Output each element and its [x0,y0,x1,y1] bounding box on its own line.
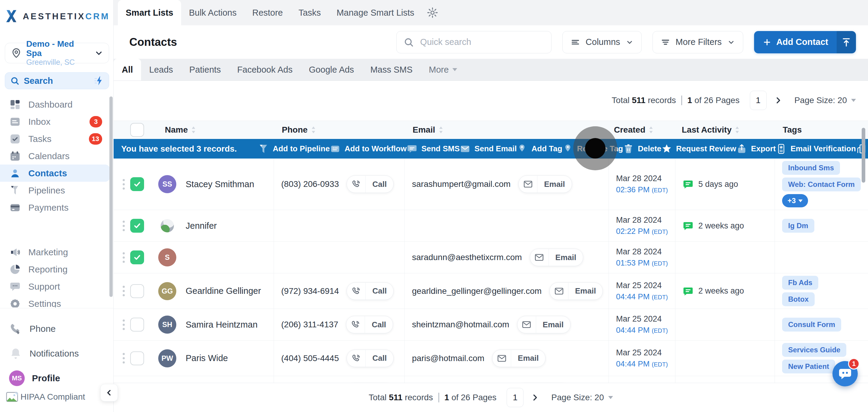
column-header-created[interactable]: Created [609,125,675,135]
call-button[interactable]: Call [347,350,394,367]
email-button[interactable]: Email [492,350,546,367]
sort-icon[interactable] [439,126,443,133]
created-time[interactable]: 04:44 PM (EDT) [616,325,668,335]
top-tab-bulk-actions[interactable]: Bulk Actions [181,0,244,25]
created-time[interactable]: 02:36 PM (EDT) [616,185,668,194]
contact-name[interactable]: Paris Wide [186,353,228,363]
row-checkbox[interactable] [130,250,144,264]
list-tab-leads[interactable]: Leads [141,59,181,81]
sort-icon[interactable] [735,126,739,133]
list-tab-more[interactable]: More [421,59,465,81]
sidebar-item-contacts[interactable]: Contacts [0,164,110,182]
column-header-email[interactable]: Email [405,125,609,135]
tag-pill[interactable]: Web: Contact Form [782,178,861,191]
column-header-last-activity[interactable]: Last Activity [675,125,775,135]
created-time[interactable]: 04:44 PM (EDT) [616,292,668,302]
sidebar-item-dashboard[interactable]: Dashboard [0,96,110,113]
sidebar-item-notifications[interactable]: Notifications [0,341,110,366]
bulk-action-add-tag[interactable]: Add Tag [517,144,562,154]
contact-name[interactable]: Gearldine Gellinger [186,286,261,296]
row-checkbox[interactable] [130,219,144,233]
sidebar-item-reporting[interactable]: Reporting [0,261,110,278]
bulk-action-add-to-workflow[interactable]: Add to Workflow [330,144,407,154]
contact-name[interactable]: Samira Heintzman [186,320,258,330]
tag-pill[interactable]: Consult Form [782,318,841,331]
email-button[interactable]: Email [518,176,572,193]
sidebar-item-support[interactable]: Support [0,278,110,295]
tag-pill[interactable]: Ig Dm [782,219,814,233]
sidebar-item-pipelines[interactable]: Pipelines [0,182,110,199]
bulk-action-export[interactable]: Export [736,144,776,154]
location-switcher[interactable]: Demo - Med Spa Greenville, SC [5,43,109,63]
sort-icon[interactable] [649,126,653,133]
row-menu-icon[interactable] [122,284,125,298]
row-menu-icon[interactable] [122,250,125,265]
call-button[interactable]: Call [347,176,394,193]
bulk-action-send-sms[interactable]: Send SMS [407,144,460,154]
column-header-tags[interactable]: Tags [775,125,868,135]
top-tab-tasks[interactable]: Tasks [290,0,329,25]
top-tab-smart-lists[interactable]: Smart Lists [118,0,181,25]
sidebar-item-calendars[interactable]: Calendars [0,147,110,164]
bulk-action-email-verification[interactable]: Email Verification [776,144,856,154]
sidebar-item-inbox[interactable]: Inbox3 [0,113,110,130]
bulk-action-send-email[interactable]: Send Email [460,144,517,154]
next-page-button[interactable] [774,96,782,104]
quick-search[interactable] [396,31,552,53]
bulk-action-add-to-pipeline[interactable]: Add to Pipeline [258,144,330,154]
tag-pill[interactable]: Fb Ads [782,276,818,290]
row-menu-icon[interactable] [122,318,125,332]
contact-name[interactable]: Jennifer [186,221,217,231]
sort-icon[interactable] [311,126,315,133]
import-contacts-button[interactable] [837,31,856,53]
sidebar-item-tasks[interactable]: Tasks13 [0,130,110,147]
page-size-select[interactable]: Page Size: 20 [551,393,613,402]
list-tab-patients[interactable]: Patients [181,59,229,81]
page-number-input[interactable]: 1 [507,388,524,407]
call-button[interactable]: Call [346,316,393,333]
sidebar-item-payments[interactable]: Payments [0,199,110,216]
smart-lists-settings-button[interactable] [427,0,438,25]
more-filters-button[interactable]: More Filters [652,31,743,53]
tag-pill[interactable]: Botox [782,292,815,306]
sidebar-item-profile[interactable]: MS Profile [0,366,110,390]
page-number-input[interactable]: 1 [750,91,767,110]
list-tab-facebook-ads[interactable]: Facebook Ads [229,59,301,81]
row-checkbox[interactable] [130,284,144,298]
row-checkbox[interactable] [130,177,144,191]
add-contact-button[interactable]: Add Contact [754,31,837,53]
row-menu-icon[interactable] [122,351,125,365]
sidebar-item-phone[interactable]: Phone [0,316,110,341]
sidebar-collapse-button[interactable] [100,384,118,402]
more-tags-pill[interactable]: +3 [782,194,808,208]
email-button[interactable]: Email [530,249,583,266]
row-menu-icon[interactable] [122,177,125,191]
row-menu-icon[interactable] [122,219,125,233]
call-button[interactable]: Call [347,282,394,300]
column-header-name[interactable]: Name [151,125,274,135]
tag-pill[interactable]: New Patient [782,359,835,373]
list-tab-mass-sms[interactable]: Mass SMS [362,59,421,81]
bulk-action-request-review[interactable]: Request Review [661,144,736,154]
created-time[interactable]: 02:22 PM (EDT) [616,227,668,236]
bulk-action-delete[interactable]: Delete [623,144,661,154]
select-all-checkbox[interactable] [130,123,144,137]
page-size-select[interactable]: Page Size: 20 [795,96,856,105]
columns-button[interactable]: Columns [562,31,641,53]
top-tab-manage-smart-lists[interactable]: Manage Smart Lists [329,0,422,25]
created-time[interactable]: 01:53 PM (EDT) [616,258,668,267]
email-button[interactable]: Email [517,316,570,333]
sort-icon[interactable] [191,126,195,133]
quick-search-input[interactable] [420,37,545,47]
sidebar-search[interactable]: Search [5,72,109,89]
tag-pill[interactable]: Services Guide [782,343,846,357]
email-button[interactable]: Email [550,282,603,300]
list-tab-google-ads[interactable]: Google Ads [301,59,362,81]
table-scrollbar[interactable] [862,128,865,183]
row-checkbox[interactable] [130,318,144,331]
tag-pill[interactable]: Inbound Sms [782,161,840,175]
row-checkbox[interactable] [130,351,144,365]
sidebar-item-settings[interactable]: Settings [0,295,110,308]
contact-name[interactable]: Stacey Smithman [186,179,254,189]
sidebar-item-marketing[interactable]: Marketing [0,244,110,261]
